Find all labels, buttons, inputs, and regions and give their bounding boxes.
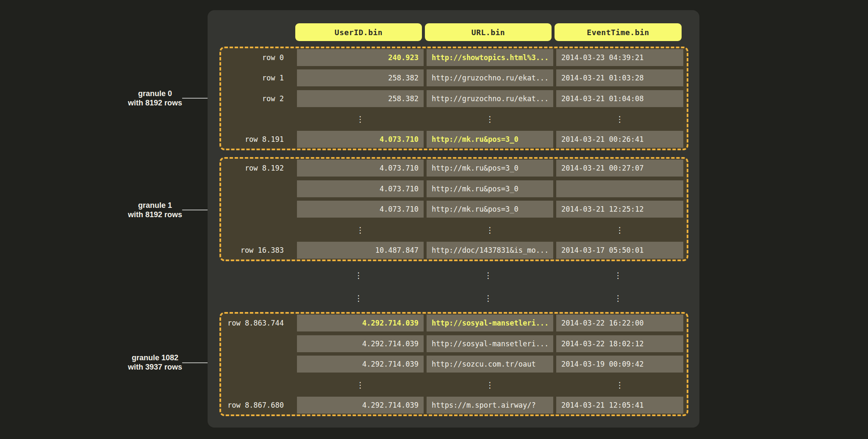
- header-spacer: [219, 23, 292, 41]
- table-row: 4.073.710 http://mk.ru&pos=3_0 2014-03-2…: [221, 201, 687, 218]
- cell-userid: 258.382: [297, 69, 424, 86]
- granules-diagram: granule 0 with 8192 rows granule 1 with …: [0, 0, 868, 439]
- column-files-panel: UserID.bin URL.bin EventTime.bin row 0 2…: [208, 10, 699, 428]
- table-row: row 8.867.680 4.292.714.039 https://m.sp…: [221, 397, 687, 414]
- cell-eventtime: 2014-03-21 00:26:41: [556, 131, 683, 148]
- cell-eventtime: 2014-03-22 16:22:00: [556, 315, 683, 331]
- vertical-ellipsis-icon: ⋮: [556, 110, 683, 127]
- table-row: row 1 258.382 http://gruzochno.ru/ekat..…: [221, 69, 687, 86]
- cell-userid: 4.292.714.039: [297, 315, 424, 331]
- cell-eventtime: 2014-03-22 18:02:12: [556, 335, 683, 352]
- cell-eventtime: 2014-03-21 00:27:07: [556, 160, 683, 177]
- vertical-ellipsis-icon: ⋮: [556, 221, 683, 238]
- skipped-granules-section: ⋮ ⋮ ⋮ ⋮ ⋮ ⋮: [219, 261, 688, 312]
- vertical-ellipsis-icon: ⋮: [427, 376, 553, 393]
- cell-eventtime: 2014-03-21 12:05:41: [556, 397, 683, 414]
- cell-url: https://m.sport.airway/?: [427, 397, 553, 414]
- row-label: [221, 180, 294, 197]
- row-label: row 0: [221, 49, 294, 66]
- vertical-ellipsis-icon: ⋮: [295, 290, 422, 306]
- ellipsis-row: ⋮ ⋮ ⋮: [221, 376, 687, 393]
- table-row: row 8.191 4.073.710 http://mk.ru&pos=3_0…: [221, 131, 687, 148]
- table-row: row 8.192 4.073.710 http://mk.ru&pos=3_0…: [221, 160, 687, 177]
- vertical-ellipsis-icon: ⋮: [425, 290, 552, 306]
- column-header-eventtime: EventTime.bin: [555, 23, 682, 41]
- granule-0-label-line1: granule 0: [96, 89, 214, 98]
- cell-eventtime: [556, 180, 683, 197]
- ellipsis-row: ⋮ ⋮ ⋮: [221, 110, 687, 127]
- vertical-ellipsis-icon: ⋮: [297, 110, 424, 127]
- table-row: 4.073.710 http://mk.ru&pos=3_0: [221, 180, 687, 197]
- row-label: [221, 201, 294, 218]
- vertical-ellipsis-icon: ⋮: [427, 221, 553, 238]
- cell-url: http://sozcu.com.tr/oaut: [427, 356, 553, 373]
- table-row: row 8.863.744 4.292.714.039 http://sosya…: [221, 315, 687, 331]
- vertical-ellipsis-icon: ⋮: [427, 110, 553, 127]
- table-row: 4.292.714.039 http://sosyal-mansetleri..…: [221, 335, 687, 352]
- row-label: row 8.191: [221, 131, 294, 148]
- vertical-ellipsis-icon: ⋮: [556, 376, 683, 393]
- granule-0-label-line2: with 8192 rows: [96, 98, 214, 108]
- row-label: row 16.383: [221, 242, 294, 259]
- row-label: row 8.863.744: [221, 315, 294, 331]
- cell-userid: 4.292.714.039: [297, 335, 424, 352]
- ellipsis-row: ⋮ ⋮ ⋮: [219, 267, 688, 284]
- column-header-url: URL.bin: [425, 23, 552, 41]
- cell-url: http://mk.ru&pos=3_0: [427, 131, 553, 148]
- cell-url: http://doc/1437831&is_mo...: [427, 242, 553, 259]
- cell-userid: 4.292.714.039: [297, 356, 424, 373]
- cell-userid: 4.073.710: [297, 180, 424, 197]
- granule-1-label-line2: with 8192 rows: [96, 210, 214, 219]
- row-label: row 8.867.680: [221, 397, 294, 414]
- cell-userid: 4.073.710: [297, 131, 424, 148]
- cell-url: http://gruzochno.ru/ekat...: [427, 90, 553, 107]
- granule-1-box: row 8.192 4.073.710 http://mk.ru&pos=3_0…: [219, 157, 688, 261]
- cell-url: http://sosyal-mansetleri...: [427, 335, 553, 352]
- table-row: row 16.383 10.487.847 http://doc/1437831…: [221, 242, 687, 259]
- row-label: row 8.192: [221, 160, 294, 177]
- cell-url: http://mk.ru&pos=3_0: [427, 180, 553, 197]
- vertical-ellipsis-icon: ⋮: [295, 267, 422, 284]
- row-label: row 1: [221, 69, 294, 86]
- cell-userid: 240.923: [297, 49, 424, 66]
- cell-url: http://showtopics.html%3...: [427, 49, 553, 66]
- column-header-row: UserID.bin URL.bin EventTime.bin: [219, 23, 688, 41]
- ellipsis-row: ⋮ ⋮ ⋮: [219, 290, 688, 306]
- cell-userid: 4.292.714.039: [297, 397, 424, 414]
- granule-1082-label-line1: granule 1082: [96, 353, 214, 362]
- cell-eventtime: 2014-03-19 00:09:42: [556, 356, 683, 373]
- row-label: [221, 335, 294, 352]
- cell-eventtime: 2014-03-21 01:04:08: [556, 90, 683, 107]
- vertical-ellipsis-icon: ⋮: [425, 267, 552, 284]
- row-label: [221, 356, 294, 373]
- vertical-ellipsis-icon: ⋮: [297, 376, 424, 393]
- cell-url: http://mk.ru&pos=3_0: [427, 160, 553, 177]
- granule-1082-box: row 8.863.744 4.292.714.039 http://sosya…: [219, 312, 688, 416]
- cell-eventtime: 2014-03-21 12:25:12: [556, 201, 683, 218]
- cell-eventtime: 2014-03-21 01:03:28: [556, 69, 683, 86]
- vertical-ellipsis-icon: ⋮: [555, 267, 682, 284]
- table-row: row 2 258.382 http://gruzochno.ru/ekat..…: [221, 90, 687, 107]
- vertical-ellipsis-icon: ⋮: [555, 290, 682, 306]
- cell-userid: 4.073.710: [297, 160, 424, 177]
- cell-eventtime: 2014-03-23 04:39:21: [556, 49, 683, 66]
- column-header-userid: UserID.bin: [295, 23, 422, 41]
- granule-1082-label-line2: with 3937 rows: [96, 362, 214, 372]
- vertical-ellipsis-icon: ⋮: [297, 221, 424, 238]
- cell-userid: 4.073.710: [297, 201, 424, 218]
- granule-0-box: row 0 240.923 http://showtopics.html%3..…: [219, 47, 688, 150]
- cell-url: http://gruzochno.ru/ekat...: [427, 69, 553, 86]
- ellipsis-row: ⋮ ⋮ ⋮: [221, 221, 687, 238]
- cell-userid: 10.487.847: [297, 242, 424, 259]
- table-row: row 0 240.923 http://showtopics.html%3..…: [221, 49, 687, 66]
- cell-url: http://mk.ru&pos=3_0: [427, 201, 553, 218]
- cell-eventtime: 2014-03-17 05:50:01: [556, 242, 683, 259]
- row-label: row 2: [221, 90, 294, 107]
- table-row: 4.292.714.039 http://sozcu.com.tr/oaut 2…: [221, 356, 687, 373]
- cell-url: http://sosyal-mansetleri...: [427, 315, 553, 331]
- cell-userid: 258.382: [297, 90, 424, 107]
- granule-1-label-line1: granule 1: [96, 201, 214, 210]
